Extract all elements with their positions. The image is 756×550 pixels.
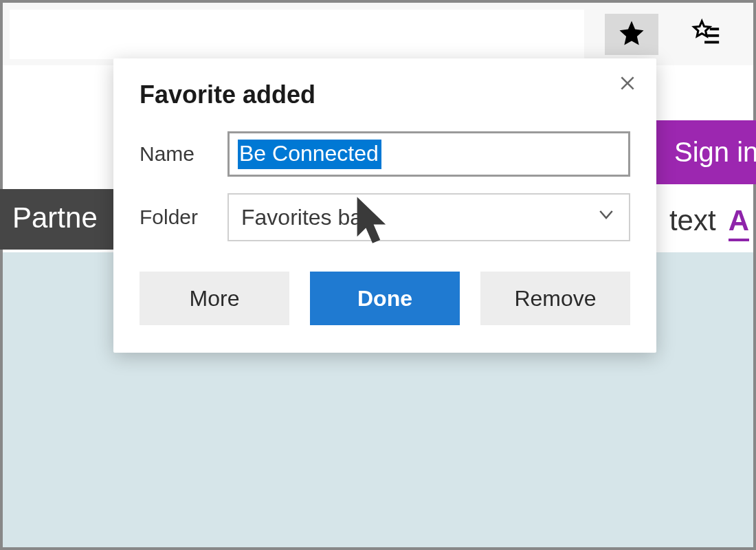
star-list-icon [690,17,722,52]
more-button[interactable]: More [140,272,289,325]
folder-select[interactable]: Favorites bar [227,193,630,241]
close-button[interactable] [614,71,641,98]
address-bar[interactable] [10,10,584,59]
favorites-list-button[interactable] [679,14,733,55]
star-filled-icon [617,19,646,50]
done-button[interactable]: Done [310,272,460,325]
popup-button-row: More Done Remove [140,272,630,325]
chevron-down-icon [596,204,616,230]
favorite-added-popup: Favorite added Name Be Connected Folder … [113,58,656,353]
sign-in-button[interactable]: Sign in [655,120,756,184]
name-row: Name Be Connected [140,131,630,177]
folder-label: Folder [140,206,227,229]
text-size-area: text A [669,204,753,241]
folder-select-value: Favorites bar [241,205,370,230]
partner-tab[interactable]: Partne [0,189,115,250]
close-icon [619,74,636,95]
name-label: Name [140,142,227,166]
text-size-link[interactable]: A [729,204,749,241]
popup-title: Favorite added [140,80,630,109]
favorite-star-button[interactable] [605,14,658,55]
remove-button[interactable]: Remove [480,272,630,325]
name-input-selected-text: Be Connected [238,140,381,169]
browser-toolbar [0,0,756,65]
name-input[interactable]: Be Connected [227,131,630,177]
folder-row: Folder Favorites bar [140,193,630,241]
text-label: text [669,204,716,237]
